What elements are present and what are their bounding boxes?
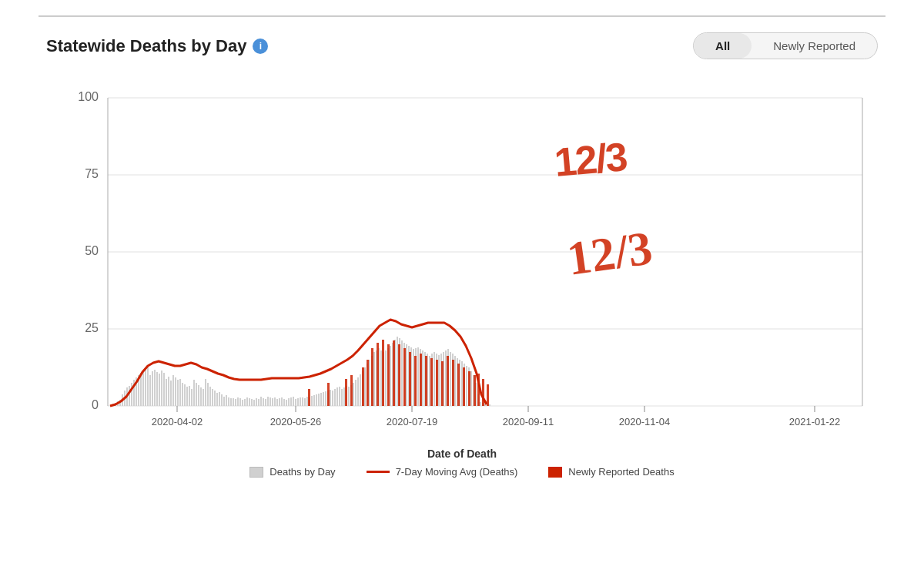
svg-rect-111 <box>339 387 340 406</box>
svg-rect-183 <box>393 340 395 406</box>
svg-rect-70 <box>244 399 246 406</box>
svg-rect-152 <box>434 352 435 406</box>
svg-rect-32 <box>156 372 158 406</box>
svg-rect-66 <box>235 399 236 406</box>
svg-rect-60 <box>221 394 223 406</box>
svg-rect-196 <box>463 367 465 406</box>
svg-rect-91 <box>293 397 294 406</box>
svg-rect-197 <box>468 371 470 406</box>
svg-rect-143 <box>413 349 414 406</box>
svg-rect-97 <box>306 397 308 406</box>
svg-rect-36 <box>166 379 167 406</box>
svg-rect-47 <box>191 389 192 406</box>
svg-rect-81 <box>270 397 271 406</box>
svg-rect-45 <box>186 387 188 406</box>
svg-rect-35 <box>163 373 165 406</box>
svg-rect-57 <box>214 391 216 406</box>
legend-newly-reported: Newly Reported Deaths <box>548 466 674 478</box>
svg-rect-100 <box>313 395 315 406</box>
svg-rect-72 <box>249 398 250 406</box>
chart-area: 12/3 0 25 50 75 100 <box>46 75 878 444</box>
svg-rect-87 <box>283 399 285 406</box>
svg-text:50: 50 <box>85 244 99 257</box>
svg-rect-115 <box>348 387 350 406</box>
svg-rect-172 <box>480 402 481 406</box>
svg-rect-133 <box>390 346 391 406</box>
svg-rect-184 <box>398 344 400 406</box>
svg-rect-166 <box>466 366 467 406</box>
svg-rect-80 <box>267 397 269 406</box>
svg-rect-120 <box>360 374 361 406</box>
svg-rect-190 <box>430 358 433 406</box>
svg-rect-29 <box>149 375 151 406</box>
svg-rect-131 <box>385 350 387 406</box>
svg-rect-192 <box>441 361 444 406</box>
svg-rect-28 <box>147 367 149 406</box>
svg-rect-59 <box>219 392 220 406</box>
svg-text:2020-07-19: 2020-07-19 <box>387 416 438 428</box>
svg-rect-118 <box>355 380 357 406</box>
svg-rect-95 <box>302 397 303 406</box>
svg-rect-107 <box>330 390 331 406</box>
svg-rect-65 <box>233 398 234 406</box>
svg-rect-33 <box>159 374 160 406</box>
svg-rect-105 <box>325 391 326 406</box>
svg-rect-31 <box>154 370 156 406</box>
toggle-newly-reported-button[interactable]: Newly Reported <box>752 33 877 59</box>
svg-rect-179 <box>371 348 373 406</box>
svg-rect-90 <box>290 397 292 406</box>
svg-rect-198 <box>474 375 476 406</box>
svg-rect-178 <box>367 360 369 406</box>
svg-rect-49 <box>196 383 197 406</box>
legend-swatch-newly <box>548 467 562 478</box>
svg-rect-138 <box>401 340 403 406</box>
svg-rect-150 <box>429 356 430 406</box>
toggle-all-button[interactable]: All <box>694 33 752 59</box>
svg-rect-34 <box>161 370 162 406</box>
svg-rect-51 <box>200 387 202 406</box>
svg-rect-195 <box>457 364 460 406</box>
svg-rect-94 <box>300 397 301 406</box>
chart-title: Statewide Deaths by Day <box>46 36 246 56</box>
svg-rect-86 <box>281 397 283 406</box>
svg-rect-177 <box>362 367 364 406</box>
svg-rect-147 <box>422 350 424 406</box>
svg-rect-50 <box>198 385 199 406</box>
svg-rect-110 <box>336 387 338 406</box>
svg-rect-194 <box>452 360 454 406</box>
svg-rect-76 <box>258 399 259 406</box>
svg-rect-55 <box>209 387 211 406</box>
svg-rect-52 <box>203 389 204 406</box>
info-icon[interactable]: i <box>253 39 268 54</box>
toggle-group: All Newly Reported <box>693 32 878 59</box>
svg-rect-26 <box>142 370 144 406</box>
svg-text:2021-01-22: 2021-01-22 <box>789 416 841 428</box>
chart-legend: Deaths by Day 7-Day Moving Avg (Deaths) … <box>46 466 878 478</box>
svg-text:25: 25 <box>85 321 99 334</box>
svg-rect-140 <box>406 344 407 406</box>
chart-container: Statewide Deaths by Day i All Newly Repo… <box>38 15 886 485</box>
svg-rect-56 <box>212 389 213 406</box>
svg-text:100: 100 <box>78 90 99 103</box>
svg-rect-117 <box>353 383 354 406</box>
svg-rect-73 <box>251 399 253 406</box>
svg-rect-93 <box>297 398 299 406</box>
x-axis-label: Date of Death <box>46 448 878 460</box>
svg-rect-75 <box>256 398 257 406</box>
svg-rect-124 <box>369 360 370 406</box>
legend-label-avg: 7-Day Moving Avg (Deaths) <box>396 466 518 478</box>
svg-rect-101 <box>316 394 317 406</box>
chart-header: Statewide Deaths by Day i All Newly Repo… <box>46 32 878 59</box>
svg-rect-46 <box>189 386 190 406</box>
svg-rect-42 <box>179 379 181 406</box>
svg-rect-88 <box>286 400 287 406</box>
svg-rect-122 <box>364 367 366 406</box>
svg-rect-20 <box>129 386 130 406</box>
svg-rect-104 <box>323 392 324 406</box>
svg-rect-202 <box>308 389 310 406</box>
svg-rect-63 <box>228 397 229 406</box>
svg-rect-43 <box>182 383 183 406</box>
legend-deaths-by-day: Deaths by Day <box>249 466 335 478</box>
svg-rect-161 <box>454 356 456 406</box>
svg-rect-119 <box>357 377 359 406</box>
